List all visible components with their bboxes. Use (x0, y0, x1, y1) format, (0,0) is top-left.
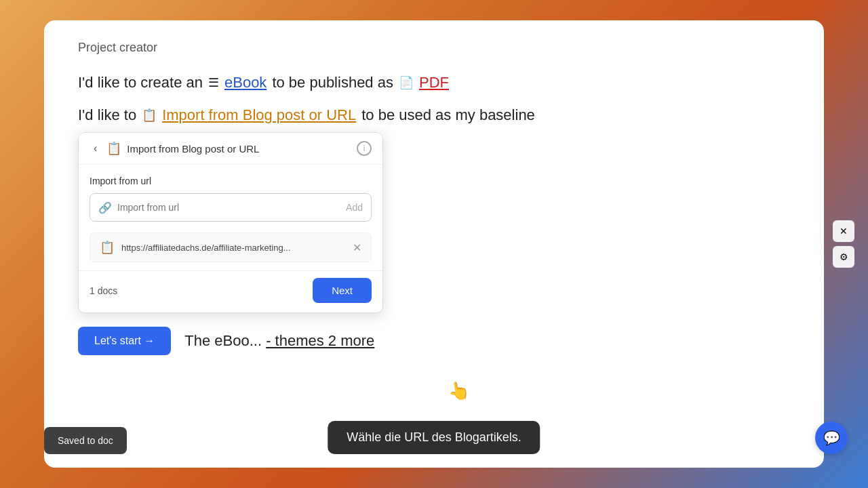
sentence1-prefix: I'd like to create an (78, 74, 203, 92)
sentence3-prefix: The eBoo (184, 332, 249, 349)
url-item-icon: 📋 (100, 240, 115, 255)
next-button[interactable]: Next (313, 278, 372, 303)
ebook-icon: ☰ (208, 75, 219, 90)
chat-fab-button[interactable]: 💬 (815, 422, 848, 454)
themes-text: The eBoo... - themes 2 more (184, 332, 374, 350)
page-title: Project creator (78, 41, 790, 55)
sidebar-close-button[interactable]: ✕ (833, 220, 854, 242)
pdf-link[interactable]: PDF (419, 74, 449, 92)
settings-icon: ⚙ (840, 251, 848, 262)
sentence-row-1: I'd like to create an ☰ eBook to be publ… (78, 74, 790, 92)
tooltip-text: Wähle die URL des Blogartikels. (347, 430, 521, 444)
dropdown-header-left: ‹ 📋 Import from Blog post or URL (90, 141, 259, 156)
saved-toast: Saved to doc (44, 427, 127, 454)
docs-count: 1 docs (90, 285, 117, 296)
main-card: Project creator I'd like to create an ☰ … (44, 20, 824, 468)
import-from-blog-link[interactable]: Import from Blog post or URL (162, 106, 356, 124)
sentence2-prefix: I'd like to (78, 106, 136, 124)
import-url-label: Import from url (90, 176, 372, 186)
dropdown-header-title: Import from Blog post or URL (127, 143, 259, 155)
themes-more-link[interactable]: - themes 2 more (266, 332, 374, 349)
sentence-row-3: Let's start → The eBoo... - themes 2 mor… (78, 327, 790, 355)
chat-icon: 💬 (823, 430, 840, 446)
url-input[interactable] (117, 194, 340, 221)
sidebar-icons: ✕ ⚙ (833, 220, 854, 268)
url-item-list: 📋 https://affiliatedachs.de/affiliate-ma… (79, 227, 382, 270)
url-input-row: 🔗 Add (90, 193, 372, 222)
dropdown-panel: ‹ 📋 Import from Blog post or URL i Impor… (78, 132, 383, 313)
pdf-icon: 📄 (399, 75, 414, 90)
sentence-row-2: I'd like to 📋 Import from Blog post or U… (78, 106, 790, 124)
ebook-link[interactable]: eBook (224, 74, 267, 92)
info-icon-button[interactable]: i (357, 141, 372, 156)
url-list-item: 📋 https://affiliatedachs.de/affiliate-ma… (90, 232, 372, 262)
link-icon: 🔗 (98, 201, 112, 214)
sidebar-settings-button[interactable]: ⚙ (833, 246, 854, 268)
import-doc-icon: 📋 (142, 108, 157, 123)
close-icon: ✕ (840, 226, 848, 237)
tooltip-bar: Wähle die URL des Blogartikels. (328, 421, 540, 454)
import-url-section: Import from url 🔗 Add (79, 165, 382, 227)
url-item-text: https://affiliatedachs.de/affiliate-mark… (121, 243, 346, 253)
dropdown-footer: 1 docs Next (79, 270, 382, 312)
dropdown-header: ‹ 📋 Import from Blog post or URL i (79, 133, 382, 165)
back-arrow-button[interactable]: ‹ (90, 141, 101, 156)
add-url-button[interactable]: Add (346, 202, 363, 213)
lets-start-button[interactable]: Let's start → (78, 327, 171, 355)
saved-label: Saved to doc (58, 435, 113, 446)
sentence1-middle: to be published as (272, 74, 393, 92)
sentence2-suffix: to be used as my baseline (361, 106, 535, 124)
header-doc-icon: 📋 (106, 141, 121, 156)
url-remove-button[interactable]: ✕ (353, 241, 361, 254)
